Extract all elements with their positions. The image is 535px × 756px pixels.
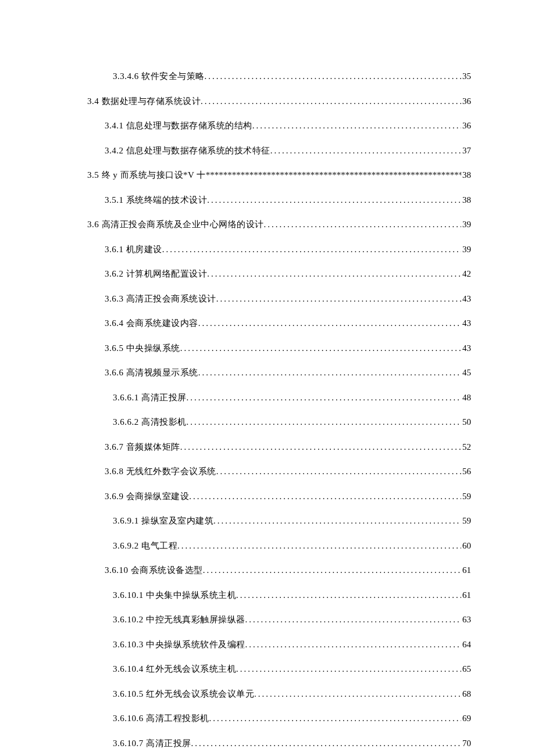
toc-leader — [198, 366, 461, 379]
toc-entry: 3.6.10.2 中控无线真彩触屏操纵器63 — [87, 613, 471, 626]
toc-entry: 3.6.5 中央操纵系统43 — [87, 342, 471, 355]
toc-entry: 3.6.10.1 中央集中操纵系统主机61 — [87, 589, 471, 602]
toc-entry: 3.6.8 无线红外数字会议系统56 — [87, 465, 471, 478]
toc-label: 3.6.6.1 高清正投屏 — [113, 391, 187, 404]
toc-page: 56 — [461, 465, 471, 478]
toc-page: 70 — [461, 737, 471, 750]
toc-entry: 3.6.10 会商系统设备选型61 — [87, 564, 471, 577]
toc-entry: 3.6.6.2 高清投影机50 — [87, 415, 471, 429]
toc-entry: 3.6.10.3 中央操纵系统软件及编程64 — [87, 638, 471, 651]
toc-entry: 3.6.10.4 红外无线会议系统主机65 — [87, 662, 471, 676]
toc-leader — [177, 539, 461, 553]
toc-entry: 3.6.6 高清视频显示系统45 — [87, 366, 471, 379]
toc-label: 3.6.7 音频媒体矩阵 — [105, 440, 180, 454]
toc-label: 3.6.5 中央操纵系统 — [105, 342, 180, 355]
toc-entry: 3.4.1 信息处理与数据存储系统的结构36 — [87, 119, 471, 132]
toc-entry: 3.4 数据处理与存储系统设计36 — [87, 95, 471, 108]
toc-page: 50 — [461, 415, 471, 429]
toc-label: 3.6.10.6 高清工程投影机 — [113, 712, 209, 725]
toc-leader — [207, 194, 461, 207]
toc-leader — [254, 687, 461, 701]
toc-page: 42 — [461, 267, 471, 281]
toc-leader — [187, 415, 462, 429]
toc-page: 36 — [461, 95, 471, 108]
toc-label: 3.6.3 高清正投会商系统设计 — [105, 292, 216, 306]
toc-entry: 3.5 终 y 而系统与接口设*V 十38 — [87, 169, 471, 182]
toc-leader — [205, 70, 462, 83]
toc-page: 59 — [461, 490, 471, 503]
toc-leader — [216, 465, 461, 478]
toc-page: 63 — [461, 613, 471, 626]
toc-label: 3.6.10.1 中央集中操纵系统主机 — [113, 589, 236, 602]
toc-entry: 3.3.4.6 软件安全与策略35 — [87, 70, 471, 83]
toc-entry: 3.6.10.7 高清正投屏70 — [87, 737, 471, 750]
toc-label: 3.6.4 会商系统建设内容 — [105, 317, 198, 330]
toc-page: 60 — [461, 539, 471, 553]
toc-label: 3.4.2 信息处理与数据存储系统的技术特征 — [105, 144, 270, 157]
toc-label: 3.4.1 信息处理与数据存储系统的结构 — [105, 119, 252, 132]
toc-label: 3.6.10.3 中央操纵系统软件及编程 — [113, 638, 245, 651]
toc-label: 3.6.9.2 电气工程 — [113, 539, 177, 553]
table-of-contents: 3.3.4.6 软件安全与策略353.4 数据处理与存储系统设计363.4.1 … — [87, 70, 471, 756]
toc-leader — [252, 119, 461, 132]
toc-entry: 3.6.10.5 红外无线会议系统会议单元68 — [87, 687, 471, 701]
toc-page: 69 — [461, 712, 471, 725]
toc-leader — [209, 712, 462, 725]
toc-leader — [201, 95, 461, 108]
toc-label: 3.6.2 计算机网络配置设计 — [105, 267, 207, 281]
toc-leader — [245, 613, 462, 626]
toc-page: 39 — [461, 243, 471, 256]
toc-entry: 3.6.3 高清正投会商系统设计43 — [87, 292, 471, 306]
toc-page: 37 — [461, 144, 471, 157]
toc-leader — [187, 391, 462, 404]
toc-label: 3.6.6 高清视频显示系统 — [105, 366, 198, 379]
toc-leader — [245, 638, 462, 651]
toc-leader — [203, 564, 461, 577]
toc-entry: 3.6.1 机房建设39 — [87, 243, 471, 256]
toc-page: 43 — [461, 317, 471, 330]
toc-label: 3.4 数据处理与存储系统设计 — [87, 95, 201, 108]
toc-entry: 3.6.10.6 高清工程投影机69 — [87, 712, 471, 725]
toc-leader — [216, 292, 461, 306]
toc-label: 3.6.10 会商系统设备选型 — [105, 564, 203, 577]
toc-page: 64 — [461, 638, 471, 651]
toc-leader — [198, 317, 461, 330]
toc-leader — [191, 737, 462, 750]
toc-leader — [270, 144, 461, 157]
toc-leader — [264, 218, 462, 231]
toc-label: 3.6.8 无线红外数字会议系统 — [105, 465, 216, 478]
toc-leader — [189, 490, 461, 503]
toc-leader — [236, 589, 461, 602]
toc-leader — [207, 267, 461, 281]
toc-page: 52 — [461, 440, 471, 454]
toc-page: 59 — [461, 514, 471, 528]
toc-entry: 3.6.4 会商系统建设内容43 — [87, 317, 471, 330]
toc-label: 3.6.10.5 红外无线会议系统会议单元 — [113, 687, 254, 701]
toc-leader — [236, 662, 461, 676]
toc-leader — [180, 342, 461, 355]
toc-page: 43 — [461, 342, 471, 355]
toc-label: 3.6.1 机房建设 — [105, 243, 162, 256]
toc-label: 3.6.9.1 操纵室及室内建筑 — [113, 514, 213, 528]
toc-page: 35 — [461, 70, 471, 83]
toc-page: 43 — [461, 292, 471, 306]
toc-entry: 3.6.2 计算机网络配置设计42 — [87, 267, 471, 281]
toc-page: 48 — [461, 391, 471, 404]
toc-entry: 3.5.1 系统终端的技术设计38 — [87, 194, 471, 207]
toc-page: 36 — [461, 119, 471, 132]
toc-label: 3.6.6.2 高清投影机 — [113, 415, 187, 429]
toc-page: 45 — [461, 366, 471, 379]
toc-page: 39 — [461, 218, 471, 231]
toc-entry: 3.6.9.1 操纵室及室内建筑59 — [87, 514, 471, 528]
toc-leader — [213, 514, 461, 528]
toc-entry: 3.6.9 会商操纵室建设59 — [87, 490, 471, 503]
toc-page: 38 — [461, 194, 471, 207]
toc-entry: 3.6 高清正投会商系统及企业中心网络的设计39 — [87, 218, 471, 231]
toc-page: 65 — [461, 662, 471, 676]
toc-page: 68 — [461, 687, 471, 701]
toc-entry: 3.6.9.2 电气工程60 — [87, 539, 471, 553]
toc-label: 3.6.10.4 红外无线会议系统主机 — [113, 662, 236, 676]
toc-entry: 3.6.7 音频媒体矩阵52 — [87, 440, 471, 454]
toc-page: 61 — [461, 564, 471, 577]
toc-leader — [180, 440, 461, 454]
